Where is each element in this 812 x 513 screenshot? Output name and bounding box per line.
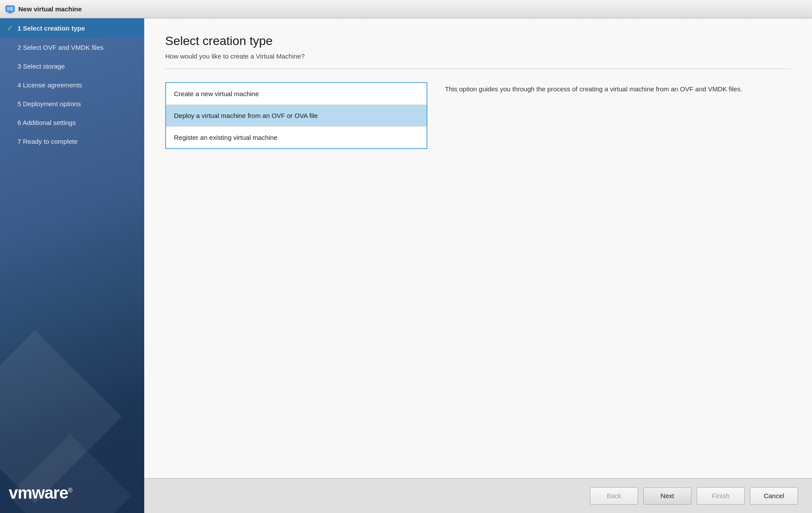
svg-rect-3 [7,13,13,14]
sidebar-item-label: 5 Deployment options [17,100,81,107]
sidebar-item-label: 4 License agreements [17,81,82,89]
sidebar-item-select-ovf-vmdk[interactable]: 2 Select OVF and VMDK files [0,38,144,57]
sidebar-item-additional-settings[interactable]: 6 Additional settings [0,113,144,132]
sidebar-item-select-storage[interactable]: 3 Select storage [0,57,144,76]
vmware-logo-text: vmware® [9,484,135,503]
window-title: New virtual machine [18,5,82,13]
option-create-new[interactable]: Create a new virtual machine [166,83,427,105]
sidebar-item-license-agreements[interactable]: 4 License agreements [0,76,144,94]
sidebar-nav: ✓1 Select creation type2 Select OVF and … [0,18,144,473]
sidebar-item-label: 1 Select creation type [17,24,85,32]
finish-button[interactable]: Finish [697,487,745,505]
cancel-button[interactable]: Cancel [750,487,798,505]
sidebar: ✓1 Select creation type2 Select OVF and … [0,18,144,513]
content-body: Select creation type How would you like … [144,18,812,478]
check-icon: ✓ [7,24,15,32]
description-text: This option guides you through the proce… [445,84,791,94]
title-bar: New virtual machine [0,0,812,18]
description-panel: This option guides you through the proce… [445,82,791,94]
sidebar-item-label: 2 Select OVF and VMDK files [17,44,104,51]
back-button[interactable]: Back [590,487,638,505]
sidebar-item-label: 7 Ready to complete [17,138,78,145]
sidebar-item-select-creation-type[interactable]: ✓1 Select creation type [0,18,144,38]
content-area: Select creation type How would you like … [144,18,812,513]
next-button[interactable]: Next [643,487,691,505]
vmware-logo-reg: ® [68,487,72,494]
footer: Back Next Finish Cancel [144,478,812,513]
dialog: ✓1 Select creation type2 Select OVF and … [0,18,812,513]
sidebar-item-label: 6 Additional settings [17,119,76,126]
vm-icon [5,4,15,14]
vmware-logo-ware: ware [32,484,68,502]
two-column-layout: Create a new virtual machineDeploy a vir… [165,82,791,149]
vmware-logo-vm: vm [9,484,32,502]
sidebar-item-ready-to-complete[interactable]: 7 Ready to complete [0,132,144,151]
sidebar-logo: vmware® [0,473,144,513]
creation-type-list: Create a new virtual machineDeploy a vir… [165,82,427,149]
section-divider [165,69,791,69]
page-subtitle: How would you like to create a Virtual M… [165,52,791,60]
svg-rect-2 [9,12,11,13]
option-deploy-ovf-ova[interactable]: Deploy a virtual machine from an OVF or … [166,105,427,127]
sidebar-item-label: 3 Select storage [17,62,65,70]
sidebar-item-deployment-options[interactable]: 5 Deployment options [0,94,144,113]
option-register-existing[interactable]: Register an existing virtual machine [166,127,427,148]
page-title: Select creation type [165,34,791,48]
svg-rect-1 [7,7,14,11]
